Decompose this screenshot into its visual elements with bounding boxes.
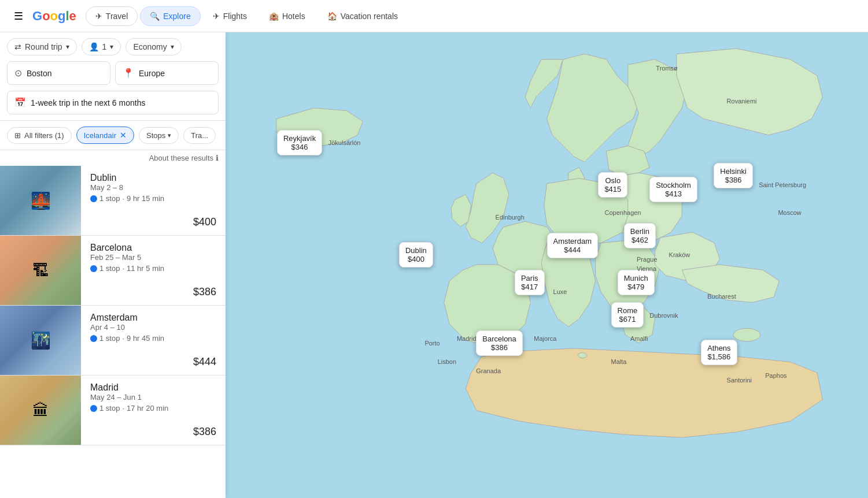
flight-dates-barcelona: Feb 25 – Mar 5 [90, 253, 216, 262]
stops-text-barcelona: 1 stop [99, 264, 120, 273]
flight-image-amsterdam: 🌃 [0, 306, 81, 375]
pin-price-oslo: $415 [604, 185, 621, 194]
duration-dublin: 9 hr 15 min [127, 194, 164, 203]
menu-button[interactable]: ☰ [9, 5, 28, 27]
pin-price-amsterdam: $444 [553, 246, 592, 254]
pin-price-rome: $671 [618, 315, 638, 324]
origin-input[interactable]: ⊙ Boston [7, 61, 110, 85]
destination-icon: 📍 [123, 68, 134, 79]
calendar-icon: 📅 [14, 97, 26, 108]
airline-dot-2 [90, 265, 97, 272]
pin-city-reykjavik: Reykjavík [283, 134, 316, 143]
pin-city-rome: Rome [618, 306, 638, 315]
pin-price-athens: $1,586 [707, 352, 730, 361]
flight-stops-madrid: 1 stop · 17 hr 20 min [90, 404, 216, 412]
tab-flights[interactable]: ✈ Flights [203, 6, 257, 26]
travel-filter-button[interactable]: Tra... [183, 127, 216, 144]
flight-card-amsterdam[interactable]: 🌃 Amsterdam Apr 4 – 10 1 stop · 9 hr 45 … [0, 306, 226, 376]
pin-price-munich: $479 [624, 283, 648, 291]
map-pin-helsinki[interactable]: Helsinki $386 [714, 163, 753, 188]
all-filters-button[interactable]: ⊞ All filters (1) [7, 127, 72, 144]
tab-explore[interactable]: 🔍 Explore [140, 6, 200, 26]
flight-image-madrid: 🏛 [0, 376, 81, 445]
flight-image-barcelona: 🏗 [0, 236, 81, 305]
map-pin-reykjavik[interactable]: Reykjavík $346 [277, 130, 322, 155]
map-pin-stockholm[interactable]: Stockholm $413 [649, 177, 697, 202]
stops-filter-label: Stops [146, 131, 165, 140]
chevron-down-icon-4: ▾ [168, 132, 171, 139]
flight-card-madrid[interactable]: 🏛 Madrid May 24 – Jun 1 1 stop · 17 hr 2… [0, 376, 226, 445]
flight-dates-dublin: May 2 – 8 [90, 183, 216, 192]
sidebar: ⇄ Round trip ▾ 👤 1 ▾ Economy ▾ ⊙ [0, 32, 226, 498]
stops-filter-button[interactable]: Stops ▾ [139, 127, 179, 144]
stops-text-amsterdam: 1 stop [99, 334, 120, 343]
origin-icon: ⊙ [14, 68, 22, 79]
duration-madrid: 17 hr 20 min [127, 404, 168, 412]
vacation-icon: 🏠 [327, 12, 337, 21]
airline-dot-4 [90, 405, 97, 412]
duration-barcelona: 11 hr 5 min [127, 264, 164, 273]
passengers-button[interactable]: 👤 1 ▾ [82, 38, 121, 55]
flight-card-dublin[interactable]: 🌉 Dublin May 2 – 8 1 stop · 9 hr 15 min … [0, 166, 226, 236]
origin-value: Boston [27, 69, 52, 78]
trip-type-button[interactable]: ⇄ Round trip ▾ [7, 38, 77, 55]
filters-row: ⊞ All filters (1) Icelandair ✕ Stops ▾ T… [0, 121, 226, 150]
flight-info-amsterdam: Amsterdam Apr 4 – 10 1 stop · 9 hr 45 mi… [81, 306, 226, 375]
pin-price-reykjavik: $346 [283, 143, 316, 151]
main-content: ⇄ Round trip ▾ 👤 1 ▾ Economy ▾ ⊙ [0, 32, 868, 498]
flight-city-madrid: Madrid [90, 382, 216, 393]
map-pin-amsterdam[interactable]: Amsterdam $444 [547, 233, 598, 258]
chip-close-icon[interactable]: ✕ [120, 131, 127, 140]
map-pin-athens[interactable]: Athens $1,586 [701, 340, 737, 365]
tab-travel-label: Travel [106, 12, 128, 21]
map-pin-berlin[interactable]: Berlin $462 [624, 223, 656, 248]
date-input[interactable]: 📅 1-week trip in the next 6 months [7, 91, 219, 114]
map-pin-oslo[interactable]: Oslo $415 [598, 172, 627, 198]
cabin-button[interactable]: Economy ▾ [125, 38, 181, 55]
flight-city-amsterdam: Amsterdam [90, 313, 216, 323]
pin-city-helsinki: Helsinki [720, 167, 747, 176]
location-row: ⊙ Boston 📍 Europe [7, 61, 219, 85]
info-icon[interactable]: ℹ [216, 154, 219, 162]
map-pin-paris[interactable]: Paris $417 [515, 270, 545, 295]
chevron-down-icon-2: ▾ [110, 43, 113, 51]
flight-info-barcelona: Barcelona Feb 25 – Mar 5 1 stop · 11 hr … [81, 236, 226, 305]
tab-hotels-label: Hotels [282, 12, 305, 21]
flight-stops-dublin: 1 stop · 9 hr 15 min [90, 194, 216, 203]
chevron-down-icon-3: ▾ [171, 43, 174, 51]
tab-vacation-label: Vacation rentals [341, 12, 398, 21]
flight-card-barcelona[interactable]: 🏗 Barcelona Feb 25 – Mar 5 1 stop · 11 h… [0, 236, 226, 306]
flight-info-dublin: Dublin May 2 – 8 1 stop · 9 hr 15 min $4… [81, 166, 226, 235]
flight-city-barcelona: Barcelona [90, 243, 216, 253]
flight-price-barcelona: $386 [90, 286, 216, 298]
tab-hotels[interactable]: 🏨 Hotels [259, 6, 315, 26]
flight-stops-amsterdam: 1 stop · 9 hr 45 min [90, 334, 216, 343]
date-range-value: 1-week trip in the next 6 months [31, 98, 145, 107]
results-info: About these results ℹ [0, 150, 226, 166]
tab-explore-label: Explore [163, 12, 190, 21]
tab-vacation-rentals[interactable]: 🏠 Vacation rentals [317, 6, 408, 26]
flight-dates-madrid: May 24 – Jun 1 [90, 393, 216, 402]
passengers-label: 1 [102, 42, 107, 51]
flight-price-amsterdam: $444 [90, 356, 216, 368]
destination-input[interactable]: 📍 Europe [115, 61, 219, 85]
about-results-text: About these results [149, 154, 213, 162]
map-pin-munich[interactable]: Munich $479 [618, 270, 655, 295]
map-pin-dublin[interactable]: Dublin $400 [399, 242, 433, 267]
chevron-down-icon: ▾ [66, 43, 69, 51]
airline-chip[interactable]: Icelandair ✕ [76, 127, 134, 144]
map-pin-rome[interactable]: Rome $671 [611, 302, 644, 328]
trip-options-row: ⇄ Round trip ▾ 👤 1 ▾ Economy ▾ [7, 38, 219, 55]
pin-price-paris: $417 [521, 283, 538, 291]
swap-icon: ⇄ [14, 42, 21, 51]
person-icon: 👤 [89, 42, 99, 51]
duration-amsterdam: 9 hr 45 min [127, 334, 164, 343]
tab-travel[interactable]: ✈ Travel [86, 6, 138, 26]
flight-city-dublin: Dublin [90, 173, 216, 183]
pin-city-paris: Paris [521, 274, 538, 283]
map-pin-barcelona[interactable]: Barcelona $386 [476, 330, 523, 356]
all-filters-label: All filters (1) [24, 131, 64, 140]
google-logo: G o o g l e [32, 9, 76, 24]
map-area[interactable]: Reykjavík $346 Oslo $415 Stockholm $413 … [226, 32, 868, 498]
pin-price-barcelona: $386 [482, 343, 516, 352]
